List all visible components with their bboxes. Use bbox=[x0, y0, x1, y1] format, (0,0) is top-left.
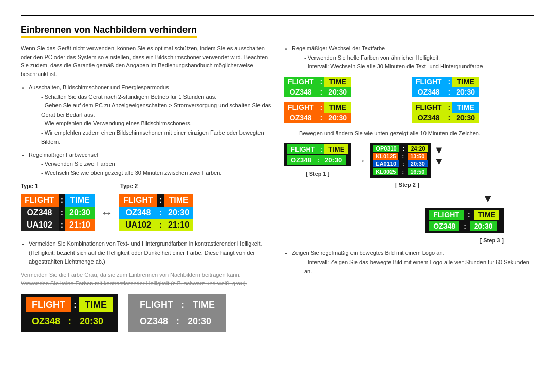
bb-colon2: : bbox=[66, 314, 73, 329]
mb3-time: TIME bbox=[324, 102, 351, 113]
right-note1: Regelmäßiger Wechsel der Textfarbe bbox=[292, 45, 385, 51]
right-column: Regelmäßiger Wechsel der Textfarbe Verwe… bbox=[284, 44, 534, 332]
t1-oz-time-cell: 20:30 bbox=[65, 207, 95, 219]
bottom-board-black: FLIGHT : TIME OZ348 : 20:30 bbox=[21, 294, 118, 332]
type2-label: Type 2 bbox=[120, 183, 138, 189]
s1-oz-time: 20:30 bbox=[321, 155, 346, 165]
t2-oz-time-cell: 20:30 bbox=[164, 207, 193, 219]
type-boards-row: FLIGHT : TIME OZ348 : 20:30 UA102 : 21:1… bbox=[21, 194, 271, 231]
bg-oz-time: 20:30 bbox=[181, 314, 217, 329]
mini-board-1: FLIGHT : TIME OZ348 : 20:30 bbox=[284, 77, 406, 97]
bb-colon1: : bbox=[71, 297, 79, 312]
dash-item: Schalten Sie das Gerät nach 2-stündigem … bbox=[41, 92, 271, 102]
s3-time: TIME bbox=[474, 210, 499, 220]
right-dash-2: Intervall: Wechseln Sie alle 30 Minuten … bbox=[304, 62, 534, 71]
step2-to-step3-arrow: ▼ bbox=[482, 193, 493, 204]
t2-ua-cell: UA102 bbox=[119, 219, 157, 231]
dash-item: Wechseln Sie wie oben gezeigt alle 30 Mi… bbox=[41, 169, 271, 178]
down-arrow-2: ▼ bbox=[434, 156, 445, 166]
t2-ua-time-cell: 21:10 bbox=[164, 219, 193, 231]
right-dash-list: Verwenden Sie helle Farben von ähnlicher… bbox=[304, 53, 534, 71]
mb3-oz: OZ348 bbox=[284, 113, 318, 123]
intro-text: Wenn Sie das Gerät nicht verwenden, könn… bbox=[21, 44, 271, 78]
right-bullets-3: Zeigen Sie regelmäßig ein bewegtes Bild … bbox=[292, 249, 534, 276]
bullet-contrast: Vermeiden Sie Kombinationen von Text- un… bbox=[29, 239, 271, 267]
mini-board-3: FLIGHT : TIME OZ348 : 20:30 bbox=[284, 102, 406, 123]
mb4-oz: OZ348 bbox=[412, 113, 446, 123]
step3-board: FLIGHT : TIME OZ348 : 20:30 bbox=[425, 208, 504, 233]
step1-2-row: FLIGHT : TIME OZ348 : 20:30 [ Step 1 ] → bbox=[284, 143, 534, 188]
mb1-oz: OZ348 bbox=[284, 87, 318, 97]
bg-oz: OZ348 bbox=[134, 314, 174, 329]
t2-flight-header: FLIGHT bbox=[119, 194, 157, 207]
mb4-oz-time: 20:30 bbox=[452, 113, 479, 123]
right-bullets-2: — Bewegen und ändern Sie wie unten gezei… bbox=[292, 129, 534, 138]
bottom-boards: FLIGHT : TIME OZ348 : 20:30 FLIGHT : TIM… bbox=[21, 294, 271, 332]
bullet-item-1: Ausschalten, Bildschirmschoner und Energ… bbox=[29, 83, 271, 146]
top-rule bbox=[21, 15, 534, 16]
mb4-time: TIME bbox=[452, 102, 479, 113]
step1-board: FLIGHT : TIME OZ348 : 20:30 bbox=[284, 143, 351, 166]
step2-container: OP0310 : 24:20 KL0125 : 13:50 EA0110 bbox=[370, 143, 444, 188]
bb-oz-time: 20:30 bbox=[73, 314, 109, 329]
s1-flight: FLIGHT bbox=[287, 144, 319, 154]
dash-item: Wir empfehlen zudem einen Bildschirmscho… bbox=[41, 128, 271, 146]
right-bullet-1: Regelmäßiger Wechsel der Textfarbe Verwe… bbox=[292, 44, 534, 71]
mb2-oz: OZ348 bbox=[412, 87, 446, 97]
step2-board: OP0310 : 24:20 KL0125 : 13:50 EA0110 bbox=[370, 143, 431, 178]
bb-flight-label: FLIGHT bbox=[26, 297, 71, 312]
bullet-item-2: Regelmäßiger Farbwechsel Verwenden Sie z… bbox=[29, 151, 271, 178]
dash-list-2: Verwenden Sie zwei Farben Wechseln Sie w… bbox=[41, 160, 271, 178]
strikethrough-2: Verwenden Sie keine Farben mit kontrasti… bbox=[21, 280, 271, 286]
bb-oz: OZ348 bbox=[26, 314, 66, 329]
mb3-oz-time: 20:30 bbox=[324, 113, 351, 123]
t1-ua-time-cell: 21:10 bbox=[65, 219, 95, 231]
s3-oz: OZ348 bbox=[429, 221, 459, 231]
type1-board: FLIGHT : TIME OZ348 : 20:30 UA102 : 21:1… bbox=[21, 194, 95, 231]
step2-label: [ Step 2 ] bbox=[395, 182, 419, 188]
t1-ua-cell: UA102 bbox=[21, 219, 59, 231]
extra-bullets: Vermeiden Sie Kombinationen von Text- un… bbox=[29, 239, 271, 267]
down-arrow-1: ▼ bbox=[434, 145, 445, 155]
mb2-time: TIME bbox=[452, 77, 479, 87]
mb1-flight: FLIGHT bbox=[284, 77, 318, 87]
right-note3: Zeigen Sie regelmäßig ein bewegtes Bild … bbox=[292, 249, 534, 276]
step3-label: [ Step 3 ] bbox=[480, 237, 504, 244]
mini-board-2: FLIGHT : TIME OZ348 : 20:30 bbox=[412, 77, 534, 97]
mb1-time: TIME bbox=[324, 77, 351, 87]
dash-item: Wie empfehlen die Verwendung eines Bilds… bbox=[41, 119, 271, 128]
bottom-board-grey: FLIGHT : TIME OZ348 : 20:30 bbox=[128, 294, 226, 332]
bg-flight-label: FLIGHT bbox=[134, 297, 179, 312]
step1-to-step2-arrow: → bbox=[356, 155, 366, 166]
mini-boards-grid: FLIGHT : TIME OZ348 : 20:30 FLIGHT bbox=[284, 77, 534, 123]
s3-oz-time: 20:30 bbox=[470, 221, 497, 231]
dash-list-1: Schalten Sie das Gerät nach 2-stündigem … bbox=[41, 92, 271, 147]
t1-flight-header: FLIGHT bbox=[21, 194, 59, 207]
dash-item: Verwenden Sie zwei Farben bbox=[41, 160, 271, 169]
strikethrough-1: Vermeiden Sie die Farbe Grau, da sie zum… bbox=[21, 272, 271, 278]
mb2-oz-time: 20:30 bbox=[452, 87, 479, 97]
right-note3-dash: Intervall: Zeigen Sie das bewegte Bild m… bbox=[304, 258, 534, 276]
bg-colon1: : bbox=[179, 297, 187, 312]
type1-label: Type 1 bbox=[21, 183, 38, 189]
bg-colon2: : bbox=[174, 314, 181, 329]
mb2-flight: FLIGHT bbox=[412, 77, 446, 87]
right-note2: — Bewegen und ändern Sie wie unten gezei… bbox=[292, 129, 534, 138]
s1-time: TIME bbox=[324, 144, 348, 154]
right-bullets: Regelmäßiger Wechsel der Textfarbe Verwe… bbox=[292, 44, 534, 71]
t2-oz-cell: OZ348 bbox=[119, 207, 157, 219]
dash-item: Gehen Sie auf dem PC zu Anzeigeeigenscha… bbox=[41, 101, 271, 119]
t1-time-header: TIME bbox=[65, 194, 95, 207]
bg-time-label: TIME bbox=[187, 297, 221, 312]
swap-arrow-icon: ↔ bbox=[101, 206, 113, 220]
right-dash-1: Verwenden Sie helle Farben von ähnlicher… bbox=[304, 53, 534, 63]
mb3-flight: FLIGHT bbox=[284, 102, 318, 113]
s1-oz: OZ348 bbox=[287, 155, 316, 165]
mb1-oz-time: 20:30 bbox=[324, 87, 351, 97]
left-column: Wenn Sie das Gerät nicht verwenden, könn… bbox=[21, 44, 271, 332]
step3-container: FLIGHT : TIME OZ348 : 20:30 [ Step 3 ] bbox=[284, 208, 534, 244]
mb4-flight: FLIGHT bbox=[412, 102, 446, 113]
steps-section: FLIGHT : TIME OZ348 : 20:30 [ Step 1 ] → bbox=[284, 143, 534, 276]
type2-board: FLIGHT : TIME OZ348 : 20:30 UA102 : 21:1… bbox=[119, 194, 193, 231]
bb-time-label: TIME bbox=[79, 297, 113, 312]
